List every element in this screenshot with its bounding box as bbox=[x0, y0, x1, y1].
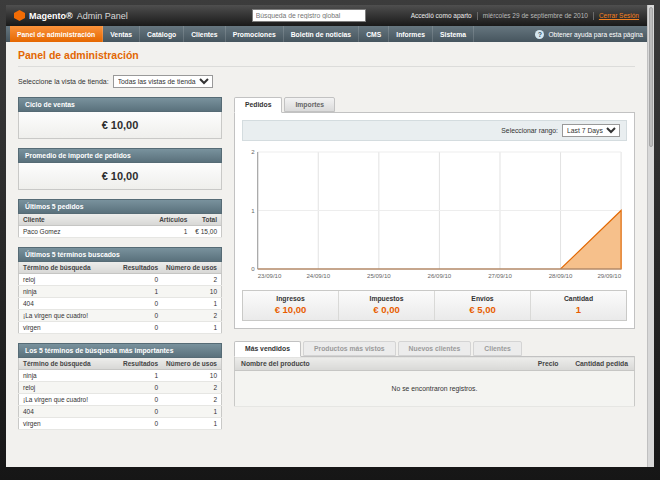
bottom-tabs: Más vendidosProductos más vistosNuevos c… bbox=[234, 341, 635, 356]
admin-page: Magento® Admin Panel Accedió como aparto… bbox=[6, 5, 654, 467]
nav-item-sistema[interactable]: Sistema bbox=[433, 26, 474, 42]
nav-item-ventas[interactable]: Ventas bbox=[103, 26, 140, 42]
dashboard-right-column: PedidosImportes Seleccionar rango: Last … bbox=[234, 97, 635, 407]
nav-item-clientes[interactable]: Clientes bbox=[184, 26, 225, 42]
chart-panel: Seleccionar rango: Last 7 Days 01223/09/… bbox=[234, 112, 635, 329]
page-help[interactable]: ? Obtener ayuda para esta página bbox=[535, 26, 643, 42]
scrollbar-thumb[interactable] bbox=[649, 7, 653, 147]
lifetime-sales-box: Ciclo de ventas € 10,00 bbox=[18, 97, 222, 139]
table-row: ¡La virgen que cuadro!02 bbox=[19, 310, 222, 322]
column-header: Término de búsqueda bbox=[19, 358, 120, 370]
table-row: 40401 bbox=[19, 406, 222, 418]
nav-items: Panel de administraciónVentasCatálogoCli… bbox=[10, 26, 474, 42]
stats-row: Ingresos€ 10,00Impuestos€ 0,00Envíos€ 5,… bbox=[242, 290, 627, 321]
stat-label: Ingresos bbox=[243, 295, 338, 302]
store-view-select[interactable]: Todas las vistas de tienda bbox=[113, 75, 213, 88]
nav-item-boletin-de-noticias[interactable]: Boletín de noticias bbox=[284, 26, 359, 42]
svg-text:1: 1 bbox=[251, 207, 255, 214]
last-search-terms-box: Últimos 5 términos buscados Término de b… bbox=[18, 247, 222, 334]
last-orders-title: Últimos 5 pedidos bbox=[18, 199, 222, 214]
column-header: Resultados bbox=[119, 262, 162, 274]
lifetime-sales-title: Ciclo de ventas bbox=[18, 97, 222, 112]
stat-impuestos: Impuestos€ 0,00 bbox=[338, 291, 434, 320]
help-icon: ? bbox=[535, 30, 544, 39]
stat-label: Cantidad bbox=[531, 295, 626, 302]
svg-text:25/09/10: 25/09/10 bbox=[367, 272, 391, 279]
store-view-label: Seleccione la vista de tienda: bbox=[18, 78, 109, 85]
nav-item-catalogo[interactable]: Catálogo bbox=[140, 26, 184, 42]
tab-nuevos-clientes[interactable]: Nuevos clientes bbox=[398, 341, 472, 356]
nav-item-cms[interactable]: CMS bbox=[359, 26, 389, 42]
nav-item-panel-de-administracion[interactable]: Panel de administración bbox=[10, 26, 103, 42]
brand-name: Magento® bbox=[29, 11, 73, 21]
range-select[interactable]: Last 7 Days bbox=[562, 124, 620, 137]
orders-chart: 01223/09/1024/09/1025/09/1026/09/1027/09… bbox=[242, 146, 627, 282]
svg-text:28/09/10: 28/09/10 bbox=[549, 272, 573, 279]
last-search-terms-table: Término de búsquedaResultadosNúmero de u… bbox=[18, 262, 222, 334]
vertical-scrollbar[interactable] bbox=[647, 5, 654, 467]
main-navbar: Panel de administraciónVentasCatálogoCli… bbox=[6, 26, 647, 42]
column-header: Precio bbox=[495, 357, 565, 371]
column-header: Número de usos bbox=[162, 262, 221, 274]
separator bbox=[477, 12, 478, 20]
average-orders-box: Promedio de importe de pedidos € 10,00 bbox=[18, 148, 222, 190]
current-date: miércoles 29 de septiembre de 2010 bbox=[483, 12, 588, 19]
last-orders-table: ClienteArtículosTotalPaco Gomez1€ 15,00 bbox=[18, 214, 222, 238]
nav-item-promociones[interactable]: Promociones bbox=[226, 26, 284, 42]
column-header: Nombre del producto bbox=[235, 357, 495, 371]
range-label: Seleccionar rango: bbox=[501, 127, 558, 134]
product-name: Admin Panel bbox=[77, 11, 128, 21]
logout-link[interactable]: Cerrar Sesión bbox=[599, 12, 639, 19]
top-search-terms-table: Término de búsquedaResultadosNúmero de u… bbox=[18, 358, 222, 430]
tab-clientes[interactable]: Clientes bbox=[473, 341, 521, 356]
products-table: Nombre del productoPrecioCantidad pedida… bbox=[234, 356, 635, 407]
browser-window: Magento® Admin Panel Accedió como aparto… bbox=[0, 0, 660, 480]
magento-logo-icon bbox=[14, 10, 25, 21]
average-orders-title: Promedio de importe de pedidos bbox=[18, 148, 222, 163]
table-row: virgen01 bbox=[19, 418, 222, 430]
column-header: Resultados bbox=[119, 358, 162, 370]
stat-ingresos: Ingresos€ 10,00 bbox=[243, 291, 338, 320]
page-title: Panel de administración bbox=[18, 49, 635, 67]
column-header: Cliente bbox=[19, 214, 156, 226]
global-search-input[interactable] bbox=[252, 9, 366, 22]
stat-label: Impuestos bbox=[339, 295, 434, 302]
tab-importes[interactable]: Importes bbox=[284, 97, 335, 112]
tab-pedidos[interactable]: Pedidos bbox=[234, 97, 282, 113]
orders-chart-svg: 01223/09/1024/09/1025/09/1026/09/1027/09… bbox=[242, 146, 627, 282]
tab-productos-mas-vistos[interactable]: Productos más vistos bbox=[303, 341, 396, 356]
svg-text:0: 0 bbox=[251, 265, 255, 272]
table-row: ¡La virgen que cuadro!02 bbox=[19, 394, 222, 406]
average-orders-value: € 10,00 bbox=[18, 163, 222, 190]
table-row: 40401 bbox=[19, 298, 222, 310]
last-search-terms-title: Últimos 5 términos buscados bbox=[18, 247, 222, 262]
table-row: ninja110 bbox=[19, 370, 222, 382]
table-row: ninja110 bbox=[19, 286, 222, 298]
column-header: Número de usos bbox=[162, 358, 221, 370]
last-orders-box: Últimos 5 pedidos ClienteArtículosTotalP… bbox=[18, 199, 222, 238]
logo: Magento® Admin Panel bbox=[14, 10, 252, 21]
no-records-message: No se encontraron registros. bbox=[235, 371, 635, 407]
svg-text:27/09/10: 27/09/10 bbox=[488, 272, 512, 279]
nav-item-informes[interactable]: Informes bbox=[389, 26, 433, 42]
empty-row: No se encontraron registros. bbox=[235, 371, 635, 407]
tab-mas-vendidos[interactable]: Más vendidos bbox=[234, 341, 301, 357]
svg-text:26/09/10: 26/09/10 bbox=[428, 272, 452, 279]
svg-text:23/09/10: 23/09/10 bbox=[258, 272, 282, 279]
dashboard-left-column: Ciclo de ventas € 10,00 Promedio de impo… bbox=[18, 97, 222, 439]
table-row: reloj02 bbox=[19, 382, 222, 394]
stat-value: 1 bbox=[531, 304, 626, 315]
svg-text:2: 2 bbox=[251, 148, 255, 155]
stat-value: € 0,00 bbox=[339, 304, 434, 315]
content-area: Panel de administración Seleccione la vi… bbox=[6, 42, 647, 467]
stat-value: € 5,00 bbox=[435, 304, 530, 315]
column-header: Total bbox=[191, 214, 221, 226]
svg-text:29/09/10: 29/09/10 bbox=[597, 272, 621, 279]
column-header: Artículos bbox=[155, 214, 191, 226]
table-row: reloj02 bbox=[19, 274, 222, 286]
stat-cantidad: Cantidad1 bbox=[530, 291, 626, 320]
stat-label: Envíos bbox=[435, 295, 530, 302]
lifetime-sales-value: € 10,00 bbox=[18, 112, 222, 139]
svg-text:24/09/10: 24/09/10 bbox=[306, 272, 330, 279]
chart-tabs: PedidosImportes bbox=[234, 97, 635, 112]
